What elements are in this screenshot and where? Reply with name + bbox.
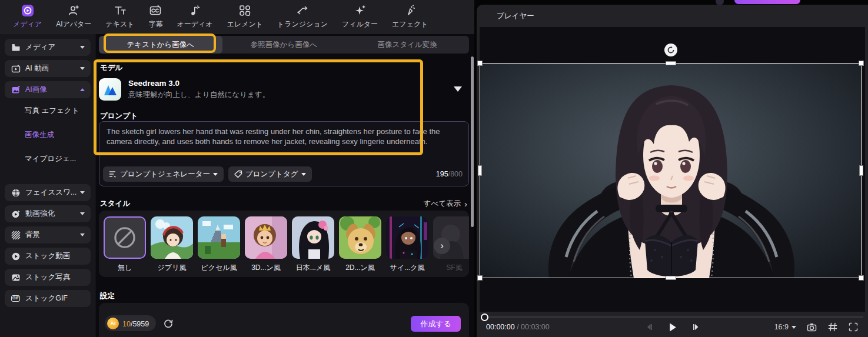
video-enhance-icon [11,209,21,219]
credit-counter: 10/5959 [122,318,149,329]
rotate-handle[interactable] [664,44,677,56]
toolbar-item-label: オーディオ [177,19,212,29]
character-counter: 195/800 [436,170,463,178]
style-item-cyberpunk[interactable]: サイ...ク風 [386,216,428,273]
panel-scrollbar[interactable] [471,56,474,227]
selection-handle-bottom-right[interactable] [859,275,864,281]
model-selector[interactable]: Seedream 3.0 意味理解が向上し、より自然になります。 [99,72,469,106]
player-title: プレイヤー [497,11,534,21]
ai-image-icon [11,85,21,95]
player-controls: 00:00:00 / 00:03:00 16:9 [477,318,868,336]
style-item-pixel[interactable]: ピクセル風 [198,216,240,273]
sidebar-item-face-swap[interactable]: フェイススワ... [5,184,91,201]
toolbar-item-ai-avatar[interactable]: AIアバター [49,4,98,29]
sidebar-item-label: 動画強化 [25,209,55,219]
stock-photo-icon [11,272,21,282]
selection-handle-bottom[interactable] [666,276,676,280]
fullscreen-button[interactable] [848,322,859,332]
sidebar-item-stock-gif[interactable]: GIF ストックGIF [5,290,91,307]
sidebar-item-ai-image[interactable]: AI画像 [5,81,91,98]
stock-gif-icon: GIF [11,293,21,303]
refresh-icon[interactable] [163,318,174,329]
background-icon [11,230,21,240]
media-icon [21,4,35,18]
caret-down-icon [80,191,85,194]
tab-style-transfer[interactable]: 画像スタイル変換 [345,36,469,54]
sidebar-item-label: AI 動画 [25,64,49,74]
selection-handle-left[interactable] [478,165,482,176]
stock-video-icon [11,251,21,261]
toolbar-item-transitions[interactable]: トランジション [270,4,335,29]
effects-icon [404,4,417,18]
style-thumb-cyberpunk[interactable] [386,216,428,259]
prompt-textarea[interactable]: The sketch girl lowers her hand that was… [99,121,469,186]
chevron-right-icon: › [464,199,467,209]
style-thumb-none[interactable] [104,216,146,259]
toolbar-item-filters[interactable]: フィルター [335,4,385,29]
ai-coin-icon: AI [107,318,119,329]
playhead[interactable] [481,313,488,321]
sidebar-item-background[interactable]: 背景 [5,226,91,243]
style-item-japanese-anime[interactable]: 日本...メ風 [292,216,334,273]
snapshot-camera-button[interactable] [806,322,817,333]
toolbar-item-label: フィルター [342,19,378,29]
style-next-button[interactable]: › [434,238,450,254]
sidebar-item-stock-photo[interactable]: ストック写真 [5,269,91,286]
model-description: 意味理解が向上し、より自然になります。 [128,90,270,100]
selection-handle-top[interactable] [666,61,676,65]
toolbar-item-audio[interactable]: オーディオ [169,4,220,29]
style-item-3d-cartoon[interactable]: 3D...ン風 [245,216,287,273]
sidebar-item-stock-video[interactable]: ストック動画 [5,248,91,265]
style-thumb-japanese-anime[interactable] [292,216,334,259]
sidebar-item-label: ストックGIF [25,293,68,303]
toolbar-item-elements[interactable]: エレメント [220,4,270,29]
toolbar-item-label: メディア [13,19,42,29]
style-thumb-pixel[interactable] [198,216,240,259]
caret-down-icon [301,173,306,176]
prompt-tags-button[interactable]: プロンプトタグ [228,166,312,182]
sidebar-item-video-enhance[interactable]: 動画強化 [5,205,91,222]
generation-footer: AI 10/5959 作成する [99,303,469,337]
player-seek-bar[interactable] [484,316,863,318]
prompt-generator-button[interactable]: プロンプトジェネレーター [103,166,224,182]
sidebar-subitem-my-projects[interactable]: マイプロジェ... [25,154,91,164]
credit-balance[interactable]: AI 10/5959 [105,315,156,331]
toolbar-item-media[interactable]: メディア [6,4,49,29]
style-item-2d-cartoon[interactable]: 2D...ン風 [339,216,381,273]
toolbar-item-label: エフェクト [392,19,428,29]
toolbar-item-effects[interactable]: エフェクト [385,4,435,29]
style-thumb-3d-cartoon[interactable] [245,216,287,259]
captions-icon [149,4,162,18]
elements-icon [238,4,251,18]
sidebar-item-ai-video[interactable]: AI 動画 [5,60,91,77]
chevron-down-icon [454,86,462,92]
previous-frame-button[interactable] [645,323,653,331]
selection-handle-top-left[interactable] [477,61,483,66]
tab-image-to-image[interactable]: 参照画像から画像へ [222,36,346,54]
selection-handle-right[interactable] [859,165,863,176]
style-thumb-2d-cartoon[interactable] [339,216,381,259]
play-button[interactable] [667,322,677,332]
style-thumb-ghibli[interactable] [151,216,193,259]
sidebar-item-media[interactable]: メディア [5,39,91,56]
style-item-ghibli[interactable]: ジブリ風 [151,216,193,273]
aspect-ratio-dropdown[interactable]: 16:9 [774,323,796,331]
grid-overlay-button[interactable] [827,322,838,332]
sidebar-item-label: ストック写真 [25,272,70,282]
face-swap-icon [11,188,21,198]
show-all-styles-link[interactable]: すべて表示 › [424,199,467,209]
tab-text-to-image[interactable]: テキストから画像へ [99,36,222,54]
sidebar-subitem-photo-effects[interactable]: 写真 エフェクト [25,106,91,116]
sidebar-subitem-image-generation[interactable]: 画像生成 [25,130,91,140]
selection-handle-bottom-left[interactable] [477,275,483,281]
selection-handle-top-right[interactable] [859,61,864,66]
style-item-none[interactable]: 無し [104,216,146,273]
next-frame-button[interactable] [691,323,700,331]
clip-selection-box[interactable] [480,63,862,278]
sidebar-item-label: フェイススワ... [25,188,77,198]
cutoff-export-button[interactable] [734,0,800,4]
toolbar-item-captions[interactable]: 字幕 [141,4,169,29]
create-button[interactable]: 作成する [411,316,461,332]
toolbar-item-text[interactable]: テキスト [98,4,141,29]
playback-controls [645,322,700,332]
